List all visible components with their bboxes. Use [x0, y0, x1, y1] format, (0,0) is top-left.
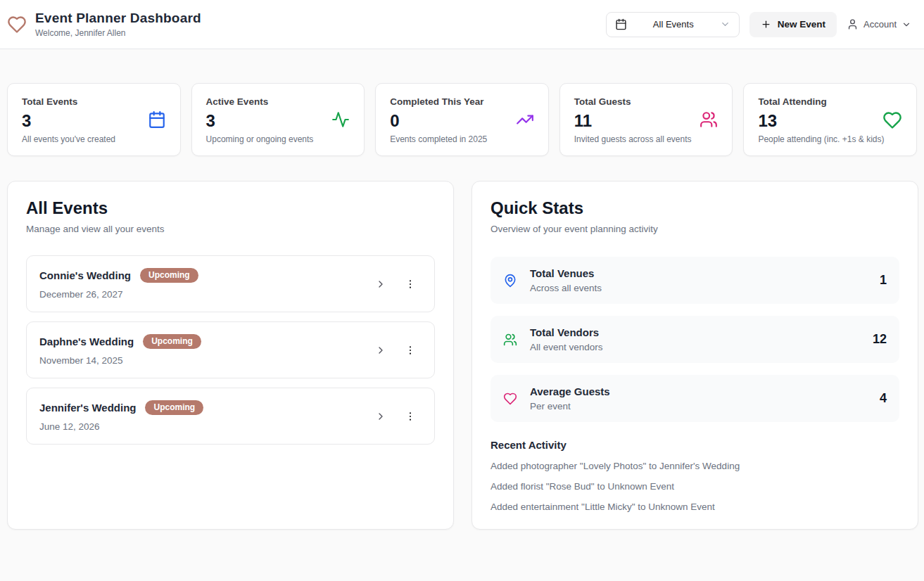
quick-stat-row-total-vendors: Total Vendors All event vendors 12	[491, 316, 899, 363]
event-list: Connie's Wedding Upcoming December 26, 2…	[26, 255, 435, 445]
users-icon	[700, 110, 718, 129]
page-title: Event Planner Dashboard	[35, 11, 201, 26]
kebab-menu-icon[interactable]	[403, 409, 417, 423]
quick-stats-title: Quick Stats	[491, 198, 899, 218]
stat-subtitle: Invited guests across all events	[574, 134, 719, 144]
quick-stat-value: 4	[880, 391, 887, 406]
event-info: Daphne's Wedding Upcoming November 14, 2…	[39, 334, 201, 366]
stats-row: Total Events 3 All events you've created…	[0, 83, 924, 156]
users-icon	[503, 333, 517, 347]
kebab-menu-icon[interactable]	[403, 343, 417, 357]
heart-icon	[503, 392, 517, 406]
status-badge: Upcoming	[143, 334, 201, 349]
chevron-right-icon[interactable]	[374, 409, 388, 423]
activity-icon	[331, 110, 350, 129]
stat-title: Total Attending	[758, 96, 902, 107]
quick-stat-value: 12	[873, 332, 887, 347]
stat-title: Active Events	[206, 96, 350, 107]
stat-value: 11	[574, 111, 719, 131]
quick-stat-value: 1	[880, 273, 887, 288]
event-row[interactable]: Daphne's Wedding Upcoming November 14, 2…	[26, 321, 435, 378]
stat-subtitle: Upcoming or ongoing events	[206, 134, 350, 144]
activity-item: Added photographer "Lovely Photos" to Je…	[491, 461, 899, 471]
stat-title: Completed This Year	[390, 96, 534, 107]
plus-icon	[761, 19, 771, 30]
event-row[interactable]: Connie's Wedding Upcoming December 26, 2…	[26, 255, 435, 312]
quick-stat-subtitle: Per event	[530, 401, 880, 411]
stat-value: 0	[390, 111, 534, 131]
quick-stat-texts: Total Venues Across all events	[530, 267, 880, 293]
activity-item: Added florist "Rose Bud" to Unknown Even…	[491, 481, 899, 492]
chevron-down-icon	[720, 19, 730, 30]
quick-stats-subtitle: Overview of your event planning activity	[491, 224, 899, 234]
event-date: June 12, 2026	[39, 421, 203, 432]
chevron-down-icon	[901, 20, 911, 30]
quick-stats-list: Total Venues Across all events 1 Total V…	[491, 257, 899, 422]
event-name: Daphne's Wedding	[39, 336, 134, 347]
quick-stat-row-average-guests: Average Guests Per event 4	[491, 375, 899, 422]
new-event-button[interactable]: New Event	[749, 12, 837, 37]
quick-stat-texts: Average Guests Per event	[530, 385, 880, 411]
event-info: Connie's Wedding Upcoming December 26, 2…	[39, 268, 198, 300]
trending-up-icon	[516, 110, 534, 129]
event-actions	[374, 409, 422, 423]
quick-stat-subtitle: All event vendors	[530, 342, 873, 352]
header-actions: All Events New Event Account	[606, 12, 911, 37]
quick-stat-title: Total Vendors	[530, 326, 873, 338]
new-event-label: New Event	[778, 19, 825, 30]
quick-stat-row-total-venues: Total Venues Across all events 1	[491, 257, 899, 304]
stat-card-completed-this-year: Completed This Year 0 Events completed i…	[375, 83, 549, 156]
event-name: Connie's Wedding	[39, 269, 131, 281]
chevron-right-icon[interactable]	[374, 343, 388, 357]
stat-title: Total Guests	[574, 96, 719, 107]
status-badge: Upcoming	[145, 400, 203, 415]
welcome-text: Welcome, Jennifer Allen	[35, 28, 201, 38]
stat-subtitle: All events you've created	[22, 134, 166, 144]
quick-stats-panel: Quick Stats Overview of your event plann…	[472, 181, 918, 530]
event-actions	[374, 277, 422, 291]
stat-card-total-attending: Total Attending 13 People attending (inc…	[743, 83, 917, 156]
heart-icon	[7, 15, 27, 34]
app-header: Event Planner Dashboard Welcome, Jennife…	[0, 0, 924, 49]
stat-card-total-events: Total Events 3 All events you've created	[7, 83, 181, 156]
event-filter-value: All Events	[627, 19, 720, 30]
stat-value: 3	[22, 111, 166, 131]
event-info: Jennifer's Wedding Upcoming June 12, 202…	[39, 400, 203, 432]
header-titles: Event Planner Dashboard Welcome, Jennife…	[35, 11, 201, 38]
stat-subtitle: Events completed in 2025	[390, 134, 534, 144]
event-name: Jennifer's Wedding	[39, 402, 136, 414]
event-row[interactable]: Jennifer's Wedding Upcoming June 12, 202…	[26, 388, 435, 445]
quick-stat-title: Total Venues	[530, 267, 880, 279]
account-menu[interactable]: Account	[847, 18, 911, 30]
recent-activity-title: Recent Activity	[491, 439, 899, 451]
recent-activity-section: Recent Activity Added photographer "Love…	[491, 439, 899, 512]
quick-stat-title: Average Guests	[530, 385, 880, 397]
event-date: November 14, 2025	[39, 355, 201, 366]
stat-card-active-events: Active Events 3 Upcoming or ongoing even…	[191, 83, 365, 156]
event-actions	[374, 343, 422, 357]
quick-stat-texts: Total Vendors All event vendors	[530, 326, 873, 352]
account-label: Account	[863, 19, 897, 30]
event-date: December 26, 2027	[39, 289, 198, 300]
kebab-menu-icon[interactable]	[403, 277, 417, 291]
stat-value: 13	[758, 111, 902, 131]
brand-area: Event Planner Dashboard Welcome, Jennife…	[7, 11, 201, 38]
calendar-icon	[148, 110, 166, 129]
chevron-right-icon[interactable]	[374, 277, 388, 291]
stat-title: Total Events	[22, 96, 166, 107]
quick-stat-subtitle: Across all events	[530, 283, 880, 293]
map-pin-icon	[503, 274, 517, 288]
all-events-panel: All Events Manage and view all your even…	[7, 181, 454, 530]
event-filter-select[interactable]: All Events	[606, 12, 740, 37]
activity-item: Added entertainment "Little Micky" to Un…	[491, 502, 899, 512]
calendar-icon	[615, 18, 627, 30]
all-events-title: All Events	[26, 198, 435, 218]
stat-value: 3	[206, 111, 350, 131]
main-content: All Events Manage and view all your even…	[0, 181, 924, 530]
stat-subtitle: People attending (inc. +1s & kids)	[758, 134, 902, 144]
user-icon	[847, 18, 859, 30]
stat-card-total-guests: Total Guests 11 Invited guests across al…	[559, 83, 733, 156]
all-events-subtitle: Manage and view all your events	[26, 224, 435, 234]
heart-icon	[882, 110, 902, 130]
status-badge: Upcoming	[140, 268, 198, 283]
